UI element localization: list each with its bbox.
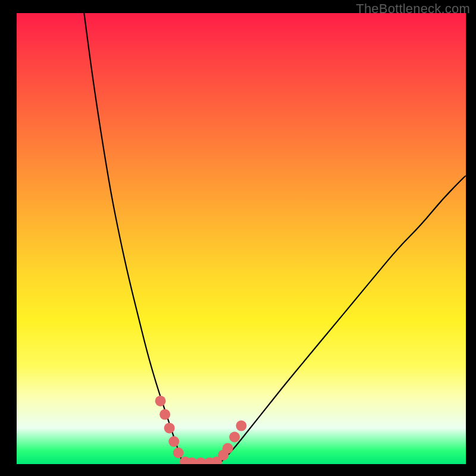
marker-dot bbox=[173, 447, 184, 458]
marker-dot-group bbox=[155, 396, 247, 464]
chart-svg bbox=[17, 13, 466, 464]
watermark-text: TheBottleneck.com bbox=[356, 1, 470, 17]
marker-dot bbox=[159, 409, 170, 420]
marker-dot bbox=[236, 421, 247, 431]
marker-dot bbox=[164, 422, 175, 433]
right-curve-path bbox=[219, 176, 466, 464]
marker-dot bbox=[168, 436, 179, 447]
left-curve-path bbox=[84, 13, 183, 464]
chart-plot-area bbox=[17, 13, 466, 464]
line-series-group bbox=[84, 13, 466, 464]
chart-frame: TheBottleneck.com bbox=[0, 0, 476, 476]
marker-dot bbox=[229, 432, 240, 443]
marker-dot bbox=[155, 396, 166, 406]
marker-dot bbox=[223, 443, 233, 454]
